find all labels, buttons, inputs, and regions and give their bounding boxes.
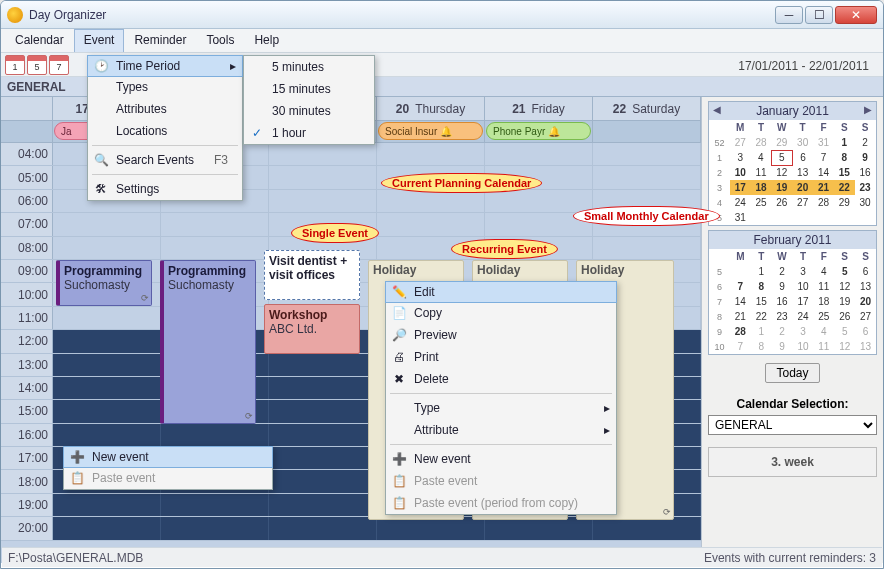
menu-item[interactable]: 5 minutes <box>244 56 374 78</box>
calendar-view-icon[interactable]: 5 <box>27 55 47 75</box>
day-cell[interactable]: 10 <box>730 165 751 180</box>
day-cell[interactable]: 14 <box>730 294 751 309</box>
day-cell[interactable]: 12 <box>834 279 855 294</box>
mini-calendar-feb[interactable]: February 2011MTWTFSS51234566789101112137… <box>708 230 877 355</box>
day-cell[interactable]: 24 <box>793 309 814 324</box>
day-cell[interactable]: 23 <box>855 180 876 195</box>
menu-item[interactable]: 30 minutes <box>244 100 374 122</box>
day-cell[interactable]: 30 <box>855 195 876 210</box>
day-cell[interactable]: 30 <box>792 135 813 150</box>
day-cell[interactable]: 4 <box>751 150 772 165</box>
menu-item[interactable]: ✏️Edit <box>385 281 617 303</box>
day-cell[interactable]: 18 <box>813 294 834 309</box>
menu-tools[interactable]: Tools <box>196 29 244 52</box>
day-cell[interactable]: 31 <box>813 135 834 150</box>
day-cell[interactable]: 17 <box>730 180 751 195</box>
menu-item[interactable]: 15 minutes <box>244 78 374 100</box>
day-cell[interactable]: 7 <box>730 339 751 354</box>
next-month-icon[interactable]: ▶ <box>864 104 872 115</box>
day-cell[interactable]: 3 <box>730 150 751 165</box>
day-cell[interactable]: 9 <box>772 339 793 354</box>
day-cell[interactable]: 24 <box>730 195 751 210</box>
day-cell[interactable]: 27 <box>730 135 751 150</box>
menu-reminder[interactable]: Reminder <box>124 29 196 52</box>
event-workshop[interactable]: Workshop ABC Ltd. <box>264 304 360 354</box>
menu-item[interactable]: 🔍Search EventsF3 <box>88 149 242 171</box>
menu-item[interactable]: Types <box>88 76 242 98</box>
day-header[interactable]: 21Friday <box>485 97 593 120</box>
day-cell[interactable]: 19 <box>834 294 855 309</box>
day-cell[interactable]: 13 <box>855 339 876 354</box>
event-visit-dentist[interactable]: Visit dentist + visit offices <box>264 250 360 300</box>
day-cell[interactable]: 25 <box>813 309 834 324</box>
event-programming[interactable]: Programming Suchomasty ⟳ <box>160 260 256 424</box>
mini-calendar-jan[interactable]: ◀January 2011▶MTWTFSS5227282930311213456… <box>708 101 877 226</box>
day-cell[interactable]: 5 <box>771 150 792 165</box>
day-cell[interactable]: 29 <box>771 135 792 150</box>
menu-event[interactable]: Event <box>74 29 125 52</box>
week-button[interactable]: 3. week <box>708 447 877 477</box>
day-cell[interactable] <box>834 210 855 225</box>
menu-item[interactable]: ➕New event <box>386 448 616 470</box>
day-cell[interactable]: 22 <box>751 309 772 324</box>
day-cell[interactable]: 3 <box>793 264 814 279</box>
day-cell[interactable]: 20 <box>855 294 876 309</box>
menu-item[interactable]: ➕New event <box>63 446 273 468</box>
day-cell[interactable]: 5 <box>834 324 855 339</box>
menu-item[interactable]: Attributes <box>88 98 242 120</box>
menu-item[interactable]: 🖨Print <box>386 346 616 368</box>
day-cell[interactable]: 21 <box>730 309 751 324</box>
day-cell[interactable]: 10 <box>793 339 814 354</box>
prev-month-icon[interactable]: ◀ <box>713 104 721 115</box>
day-cell[interactable]: 10 <box>793 279 814 294</box>
day-cell[interactable]: 8 <box>834 150 855 165</box>
day-header[interactable]: 20Thursday <box>377 97 485 120</box>
close-button[interactable]: ✕ <box>835 6 877 24</box>
day-cell[interactable]: 2 <box>772 264 793 279</box>
day-header[interactable]: 22Saturday <box>593 97 701 120</box>
calendar-view-icon[interactable]: 1 <box>5 55 25 75</box>
event-menu-popup[interactable]: 🕑Time Period▸TypesAttributesLocations🔍Se… <box>87 55 243 201</box>
day-cell[interactable] <box>792 210 813 225</box>
allday-event[interactable]: Social Insur🔔 <box>378 122 483 140</box>
day-cell[interactable]: 11 <box>751 165 772 180</box>
day-cell[interactable]: 4 <box>813 264 834 279</box>
day-cell[interactable]: 2 <box>855 135 876 150</box>
day-cell[interactable]: 22 <box>834 180 855 195</box>
minimize-button[interactable]: ─ <box>775 6 803 24</box>
day-cell[interactable] <box>813 210 834 225</box>
today-button[interactable]: Today <box>765 363 819 383</box>
menu-item[interactable]: Type▸ <box>386 397 616 419</box>
day-cell[interactable]: 15 <box>834 165 855 180</box>
day-cell[interactable]: 28 <box>730 324 751 339</box>
time-period-submenu[interactable]: 5 minutes15 minutes30 minutes✓1 hour <box>243 55 375 145</box>
day-cell[interactable]: 19 <box>771 180 792 195</box>
day-cell[interactable]: 27 <box>855 309 876 324</box>
event-programming[interactable]: Programming Suchomasty ⟳ <box>56 260 152 306</box>
day-cell[interactable]: 11 <box>813 279 834 294</box>
day-cell[interactable]: 23 <box>772 309 793 324</box>
day-cell[interactable]: 26 <box>834 309 855 324</box>
day-cell[interactable]: 16 <box>772 294 793 309</box>
menu-item[interactable]: ✖Delete <box>386 368 616 390</box>
day-cell[interactable]: 4 <box>813 324 834 339</box>
day-cell[interactable]: 14 <box>813 165 834 180</box>
day-cell[interactable]: 9 <box>855 150 876 165</box>
day-cell[interactable] <box>771 210 792 225</box>
menu-item[interactable]: Attribute▸ <box>386 419 616 441</box>
event-context-menu[interactable]: ✏️Edit📄Copy🔎Preview🖨Print✖DeleteType▸Att… <box>385 281 617 515</box>
day-cell[interactable]: 26 <box>771 195 792 210</box>
day-cell[interactable]: 16 <box>855 165 876 180</box>
day-cell[interactable]: 13 <box>792 165 813 180</box>
allday-cell[interactable]: Social Insur🔔 <box>377 121 485 142</box>
day-cell[interactable]: 1 <box>751 324 772 339</box>
calendar-view-icon[interactable]: 7 <box>49 55 69 75</box>
allday-event[interactable]: Phone Payr🔔 <box>486 122 591 140</box>
day-cell[interactable] <box>751 210 772 225</box>
menu-help[interactable]: Help <box>244 29 289 52</box>
day-cell[interactable] <box>855 210 876 225</box>
day-cell[interactable]: 25 <box>751 195 772 210</box>
day-cell[interactable]: 13 <box>855 279 876 294</box>
day-cell[interactable]: 6 <box>792 150 813 165</box>
day-cell[interactable]: 8 <box>751 339 772 354</box>
